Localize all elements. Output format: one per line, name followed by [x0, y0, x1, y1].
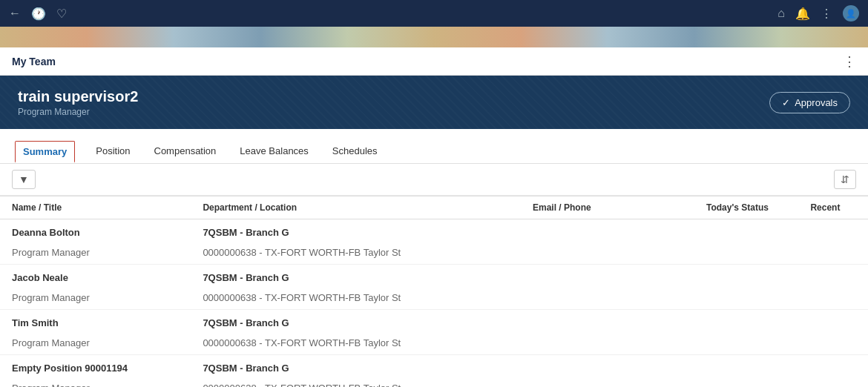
col-header-status: Today's Status	[694, 196, 798, 219]
table-row[interactable]: Empty Position 90001194 7QSBM - Branch G	[0, 355, 868, 379]
row1-name: Deanna Bolton	[0, 219, 191, 243]
row1-dept: 7QSBM - Branch G	[191, 219, 521, 243]
toolbar: ▼ ⇵	[0, 164, 868, 196]
history-icon[interactable]: 🕐	[31, 7, 46, 21]
employee-table-wrapper[interactable]: Name / Title Department / Location Email…	[0, 196, 868, 387]
col-header-name: Name / Title	[0, 196, 191, 219]
nav-left-icons: ← 🕐 ♡	[9, 7, 67, 21]
row3-location: 0000000638 - TX-FORT WORTH-FB Taylor St	[191, 333, 521, 355]
tab-position[interactable]: Position	[93, 139, 133, 164]
table-row[interactable]: Deanna Bolton 7QSBM - Branch G	[0, 219, 868, 243]
row3-dept: 7QSBM - Branch G	[191, 310, 521, 334]
supervisor-info: train supervisor2 Program Manager	[18, 88, 138, 117]
sort-icon: ⇵	[841, 173, 849, 185]
table-row[interactable]: Jacob Neale 7QSBM - Branch G	[0, 265, 868, 288]
row2-location: 0000000638 - TX-FORT WORTH-FB Taylor St	[191, 288, 521, 310]
approvals-button[interactable]: ✓ Approvals	[769, 92, 850, 113]
table-body: Deanna Bolton 7QSBM - Branch G Program M…	[0, 219, 868, 388]
col-header-dept: Department / Location	[191, 196, 521, 219]
col-header-email: Email / Phone	[521, 196, 694, 219]
user-avatar-icon[interactable]: 👤	[843, 5, 859, 22]
sort-button[interactable]: ⇵	[834, 170, 856, 189]
row1-email	[521, 219, 694, 243]
table-row[interactable]: Program Manager 0000000638 - TX-FORT WOR…	[0, 288, 868, 310]
row2-dept: 7QSBM - Branch G	[191, 265, 521, 288]
row2-title: Program Manager	[0, 288, 191, 310]
back-icon[interactable]: ←	[9, 7, 21, 20]
approvals-check-icon: ✓	[782, 97, 790, 108]
row1-location: 0000000638 - TX-FORT WORTH-FB Taylor St	[191, 242, 521, 265]
table-header: Name / Title Department / Location Email…	[0, 196, 868, 219]
filter-icon: ▼	[19, 173, 29, 185]
row1-title: Program Manager	[0, 242, 191, 265]
tab-summary[interactable]: Summary	[15, 141, 75, 163]
favorites-icon[interactable]: ♡	[56, 7, 67, 21]
tab-schedules[interactable]: Schedules	[329, 139, 381, 164]
employee-table: Name / Title Department / Location Email…	[0, 196, 868, 387]
row3-name: Tim Smith	[0, 310, 191, 334]
supervisor-role: Program Manager	[18, 107, 138, 117]
page-title-bar: My Team ⋮	[0, 47, 868, 76]
row3-title: Program Manager	[0, 333, 191, 355]
row1-recent	[798, 219, 868, 243]
tab-compensation[interactable]: Compensation	[151, 139, 220, 164]
row1-status	[694, 219, 798, 243]
approvals-label: Approvals	[795, 97, 838, 108]
main-content: Summary Position Compensation Leave Bala…	[0, 129, 868, 387]
col-header-recent: Recent	[798, 196, 868, 219]
filter-button[interactable]: ▼	[12, 170, 36, 189]
top-nav-bar: ← 🕐 ♡ ⌂ 🔔 ⋮ 👤	[0, 0, 868, 27]
table-row[interactable]: Tim Smith 7QSBM - Branch G	[0, 310, 868, 334]
row4-title: Program Manager	[0, 378, 191, 387]
home-icon[interactable]: ⌂	[777, 7, 785, 20]
nav-right-icons: ⌂ 🔔 ⋮ 👤	[777, 5, 859, 22]
page-menu-icon[interactable]: ⋮	[843, 53, 856, 70]
table-row[interactable]: Program Manager 0000000638 - TX-FORT WOR…	[0, 333, 868, 355]
row4-name: Empty Position 90001194	[0, 355, 191, 379]
row4-location: 0000000638 - TX-FORT WORTH-FB Taylor St	[191, 378, 521, 387]
row2-name: Jacob Neale	[0, 265, 191, 288]
table-row[interactable]: Program Manager 0000000638 - TX-FORT WOR…	[0, 242, 868, 265]
row4-dept: 7QSBM - Branch G	[191, 355, 521, 379]
table-row[interactable]: Program Manager 0000000638 - TX-FORT WOR…	[0, 378, 868, 387]
tabs-bar: Summary Position Compensation Leave Bala…	[0, 129, 868, 164]
supervisor-header: train supervisor2 Program Manager ✓ Appr…	[0, 76, 868, 129]
supervisor-name: train supervisor2	[18, 88, 138, 105]
bell-icon[interactable]: 🔔	[795, 7, 810, 21]
tab-leave-balances[interactable]: Leave Balances	[237, 139, 312, 164]
page-title: My Team	[12, 56, 56, 67]
more-vertical-icon[interactable]: ⋮	[821, 7, 832, 21]
decorative-banner	[0, 27, 868, 47]
